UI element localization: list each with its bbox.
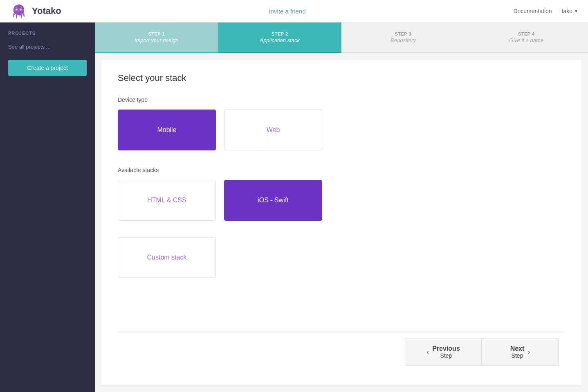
stack-option-ios-swift[interactable]: iOS - Swift [224, 180, 322, 221]
device-type-label: Device type [118, 96, 565, 103]
step1-sublabel: Import your design [135, 37, 179, 43]
projects-label: PROJECTS [0, 31, 95, 40]
available-stacks-label: Available stacks [118, 167, 565, 173]
step-1[interactable]: STEP 1 Import your design [95, 22, 218, 53]
stack-custom-label: Custom stack [147, 254, 187, 261]
device-web-label: Web [267, 126, 280, 134]
next-arrow-icon: › [527, 348, 530, 356]
nav-footer: ‹ Previous Step Next Step › [118, 331, 565, 372]
previous-step-button[interactable]: ‹ Previous Step [405, 338, 482, 366]
step4-sublabel: Give it a name [509, 37, 543, 43]
steps-bar: STEP 1 Import your design STEP 2 Applica… [95, 22, 588, 53]
logo-icon [10, 2, 28, 20]
svg-point-9 [20, 9, 22, 11]
step3-label: STEP 3 [395, 31, 411, 36]
nav-right: Documentation tako ▼ [513, 8, 578, 14]
page-content: Select your stack Device type Mobile Web [101, 60, 581, 385]
sidebar: PROJECTS See all projects ... Create a p… [0, 22, 95, 392]
top-nav: Yotako Invite a friend Documentation tak… [0, 0, 588, 22]
step-2[interactable]: STEP 2 Application stack [218, 22, 342, 53]
logo-text: Yotako [32, 6, 61, 16]
see-all-projects-link[interactable]: See all projects ... [0, 40, 95, 53]
stack-option-custom[interactable]: Custom stack [118, 237, 216, 278]
next-step-button[interactable]: Next Step › [482, 338, 559, 366]
step-3[interactable]: STEP 3 Repository [341, 22, 465, 53]
prev-btn-sub-label: Step [440, 352, 452, 359]
nav-center: Invite a friend [269, 8, 306, 15]
device-options-row: Mobile Web [118, 110, 565, 150]
stack-options-row-1: HTML & CSS iOS - Swift [118, 180, 565, 221]
content-area: STEP 1 Import your design STEP 2 Applica… [95, 22, 588, 392]
documentation-link[interactable]: Documentation [513, 8, 552, 14]
svg-point-8 [16, 9, 18, 11]
step-4[interactable]: STEP 4 Give it a name [465, 22, 588, 53]
stack-option-html-css[interactable]: HTML & CSS [118, 180, 216, 221]
create-project-button[interactable]: Create a project [8, 60, 87, 76]
step2-sublabel: Application stack [260, 37, 300, 43]
step4-label: STEP 4 [518, 31, 535, 36]
prev-arrow-icon: ‹ [426, 348, 429, 356]
spacer [118, 294, 565, 331]
main-body: PROJECTS See all projects ... Create a p… [0, 22, 588, 392]
step3-sublabel: Repository [391, 37, 416, 43]
next-btn-main-label: Next [510, 345, 525, 352]
prev-btn-main-label: Previous [432, 345, 460, 352]
stack-ios-swift-label: iOS - Swift [258, 197, 289, 204]
chevron-down-icon: ▼ [574, 9, 578, 13]
logo-area: Yotako [10, 2, 61, 20]
svg-point-5 [13, 7, 24, 15]
invite-link[interactable]: Invite a friend [269, 8, 306, 15]
device-option-mobile[interactable]: Mobile [118, 110, 216, 150]
page-title: Select your stack [118, 73, 565, 83]
available-stacks-section: Available stacks HTML & CSS iOS - Swift … [118, 167, 565, 294]
next-btn-sub-label: Step [512, 352, 523, 359]
stack-html-css-label: HTML & CSS [147, 197, 186, 204]
device-option-web[interactable]: Web [224, 110, 322, 150]
device-mobile-label: Mobile [157, 126, 176, 134]
username-label: tako [562, 8, 572, 14]
user-menu[interactable]: tako ▼ [562, 8, 578, 14]
app-wrapper: Yotako Invite a friend Documentation tak… [0, 0, 588, 392]
stack-options-row-2: Custom stack [118, 237, 565, 278]
step2-label: STEP 2 [272, 31, 288, 36]
device-type-section: Device type Mobile Web [118, 96, 565, 167]
step1-label: STEP 1 [148, 31, 165, 36]
